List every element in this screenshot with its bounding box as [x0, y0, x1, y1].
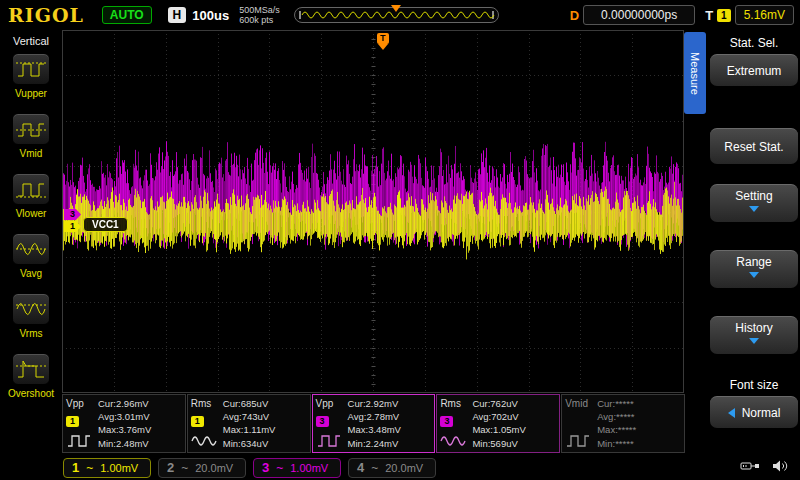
- trigger-source-badge[interactable]: 1: [717, 9, 731, 22]
- stat-sel-label: Stat. Sel.: [710, 36, 798, 50]
- channel-badge: 1: [66, 416, 79, 427]
- rms-icon: [440, 433, 466, 449]
- measurement-panel-vmid[interactable]: Vmid Cur:***** Avg:***** Max:***** Min:*…: [561, 394, 685, 453]
- trigger-label: T: [705, 8, 713, 23]
- measurement-panel-vpp-ch1[interactable]: Vpp 1 Cur:2.96mV Avg:3.01mV Max:3.76mV M…: [62, 394, 186, 453]
- measure-item-vrms[interactable]: Vrms: [12, 293, 50, 339]
- menu-item-history[interactable]: History: [710, 316, 798, 354]
- measure-item-vupper[interactable]: Vupper: [12, 53, 50, 99]
- measurement-min: Min:634uV: [223, 438, 307, 449]
- channel-scale: 20.0mV: [195, 462, 233, 474]
- measure-item-label: Vupper: [15, 88, 47, 99]
- top-status-bar: RIGOL AUTO H 100us 500MSa/s 600k pts D 0…: [0, 0, 800, 30]
- channel1-status[interactable]: 1 ~ 1.00mV: [63, 458, 151, 478]
- history-label: History: [735, 321, 772, 335]
- channel2-status[interactable]: 2 ~ 20.0mV: [158, 458, 246, 478]
- measurement-max: Max:3.76mV: [98, 424, 182, 435]
- channel3-status[interactable]: 3 ~ 1.00mV: [253, 458, 341, 478]
- vpp-icon: [66, 433, 92, 449]
- vpp-icon: [316, 433, 342, 449]
- measurement-avg: Avg:3.01mV: [98, 411, 182, 422]
- setting-button[interactable]: Setting: [710, 184, 798, 222]
- measure-item-overshoot[interactable]: Overshoot: [8, 353, 54, 399]
- chevron-down-icon: [749, 338, 759, 349]
- oscilloscope-screen: RIGOL AUTO H 100us 500MSa/s 600k pts D 0…: [0, 0, 800, 480]
- measurement-avg: Avg:743uV: [223, 411, 307, 422]
- run-status-badge[interactable]: AUTO: [102, 6, 152, 24]
- font-size-label: Font size: [710, 378, 798, 392]
- timebase-value[interactable]: 100us: [192, 8, 229, 23]
- measurement-min: Min:569uV: [472, 438, 556, 449]
- trigger-t-icon: T: [377, 33, 389, 44]
- measurement-panel-rms-ch1[interactable]: Rms 1 Cur:685uV Avg:743uV Max:1.11mV Min…: [187, 394, 311, 453]
- measure-menu-tab[interactable]: Measure: [684, 32, 706, 114]
- channel-badge: 1: [191, 416, 204, 427]
- history-button[interactable]: History: [710, 316, 798, 354]
- setting-label: Setting: [735, 189, 772, 203]
- measure-item-vmid[interactable]: Vmid: [12, 113, 50, 159]
- measurement-cur: Cur:2.92mV: [348, 398, 432, 409]
- measurement-results-bar: Vpp 1 Cur:2.96mV Avg:3.01mV Max:3.76mV M…: [62, 394, 685, 453]
- measure-item-label: Vlower: [16, 208, 47, 219]
- measurement-cur: Cur:*****: [597, 398, 681, 409]
- channel-status-bar: 1 ~ 1.00mV 2 ~ 20.0mV 3 ~ 1.00mV 4 ~ 20.…: [0, 455, 800, 480]
- measure-menu-panel: Measure Stat. Sel. Extremum Reset Stat. …: [684, 30, 800, 455]
- memory-depth: 600k pts: [239, 15, 280, 25]
- menu-item-stat-sel[interactable]: Stat. Sel. Extremum: [710, 36, 798, 86]
- vlower-icon: [12, 173, 50, 205]
- channel-badge: 3: [440, 416, 453, 427]
- menu-item-reset-stat[interactable]: Reset Stat.: [710, 128, 798, 164]
- range-label: Range: [736, 255, 771, 269]
- trigger-group: T 1 5.16mV: [705, 5, 794, 25]
- chevron-down-icon: [749, 206, 759, 217]
- menu-item-font-size[interactable]: Font size Normal: [710, 378, 798, 428]
- rigol-logo: RIGOL: [8, 4, 84, 26]
- measurement-avg: Avg:2.78mV: [348, 411, 432, 422]
- channel-scale: 1.00mV: [290, 462, 328, 474]
- trigger-position-marker[interactable]: [391, 5, 401, 17]
- waveform-preview-bar[interactable]: [294, 7, 499, 23]
- channel-label-vcc1[interactable]: VCC1: [83, 217, 128, 232]
- delay-group: D 0.00000000ps: [570, 5, 695, 25]
- left-menu-title: Vertical: [13, 35, 49, 47]
- measurement-panel-vpp-ch3[interactable]: Vpp 3 Cur:2.92mV Avg:2.78mV Max:3.48mV M…: [312, 394, 436, 453]
- measurement-panel-rms-ch3[interactable]: Rms 3 Cur:762uV Avg:702uV Max:1.05mV Min…: [436, 394, 560, 453]
- measure-item-vlower[interactable]: Vlower: [12, 173, 50, 219]
- measurement-min: Min:*****: [597, 438, 681, 449]
- chevron-left-icon: [728, 408, 735, 418]
- status-icons: [740, 459, 790, 473]
- overshoot-icon: [12, 353, 50, 385]
- measurement-avg: Avg:*****: [597, 411, 681, 422]
- measurement-avg: Avg:702uV: [472, 411, 556, 422]
- acquisition-info: 500MSa/s 600k pts: [239, 5, 280, 26]
- stat-sel-value-button[interactable]: Extremum: [710, 54, 798, 86]
- coupling-icon: ~: [86, 461, 93, 475]
- vmid-icon: [12, 113, 50, 145]
- measure-item-label: Vmid: [20, 148, 43, 159]
- channel-number: 3: [262, 460, 269, 475]
- font-size-value-button[interactable]: Normal: [710, 396, 798, 428]
- channel4-status[interactable]: 4 ~ 20.0mV: [348, 458, 436, 478]
- menu-item-setting[interactable]: Setting: [710, 184, 798, 222]
- measure-item-vavg[interactable]: Vavg: [12, 233, 50, 279]
- measurement-min: Min:2.48mV: [98, 438, 182, 449]
- delay-value[interactable]: 0.00000000ps: [583, 5, 695, 25]
- stat-sel-value: Extremum: [727, 64, 782, 78]
- font-size-value: Normal: [742, 406, 781, 420]
- measurement-name: Rms: [191, 398, 212, 409]
- reset-stat-button[interactable]: Reset Stat.: [710, 128, 798, 164]
- measurement-max: Max:1.11mV: [223, 424, 307, 435]
- measurement-cur: Cur:762uV: [472, 398, 556, 409]
- range-button[interactable]: Range: [710, 250, 798, 288]
- vrms-icon: [12, 293, 50, 325]
- menu-item-range[interactable]: Range: [710, 250, 798, 288]
- channel-scale: 1.00mV: [100, 462, 138, 474]
- measurement-cur: Cur:685uV: [223, 398, 307, 409]
- channel-number: 4: [357, 460, 364, 475]
- trigger-arrow-icon: [378, 44, 388, 55]
- delay-label: D: [570, 8, 579, 23]
- usb-icon: [740, 459, 760, 473]
- trigger-level-value[interactable]: 5.16mV: [735, 5, 794, 25]
- trigger-position-indicator[interactable]: T: [377, 33, 389, 55]
- vavg-icon: [12, 233, 50, 265]
